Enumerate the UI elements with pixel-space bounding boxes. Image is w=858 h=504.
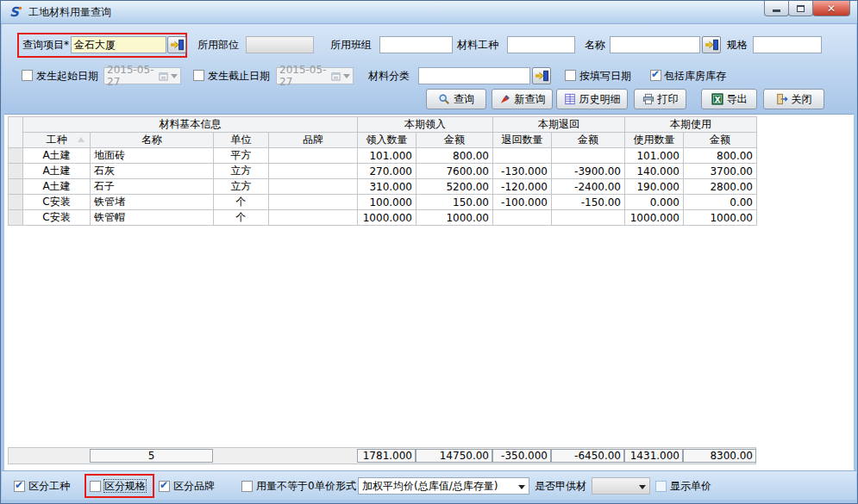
history-detail-button[interactable]: 历史明细 [556, 89, 628, 109]
column-header-name[interactable]: 名称 [91, 133, 214, 148]
close-button[interactable]: 关闭 [763, 89, 824, 109]
cell-used-qty[interactable]: 101.000 [625, 148, 684, 164]
row-indicator[interactable] [9, 148, 23, 164]
cell-used-qty[interactable]: 140.000 [625, 164, 684, 179]
material-category-input[interactable] [418, 67, 530, 84]
query-project-input[interactable]: 金石大厦 [71, 36, 166, 53]
cell-used-qty[interactable]: 0.000 [625, 195, 684, 210]
column-header-received-qty[interactable]: 领入数量 [358, 133, 416, 148]
cell-work-type[interactable]: C安装 [23, 210, 91, 226]
cell-received-amount[interactable]: 1000.00 [416, 210, 493, 226]
cell-returned-amount[interactable]: -2400.00 [552, 179, 625, 195]
include-warehouse-checkbox[interactable] [650, 70, 661, 81]
material-work-type-select[interactable] [507, 36, 575, 53]
row-indicator[interactable] [9, 195, 23, 210]
close-window-button[interactable]: ✕ [812, 1, 850, 16]
cell-used-amount[interactable]: 0.00 [684, 195, 757, 210]
cell-received-amount[interactable]: 7600.00 [416, 164, 493, 179]
unit-price-form-select[interactable]: 加权平均价(总库值/总库存量) [358, 477, 529, 495]
cell-received-qty[interactable]: 270.000 [358, 164, 416, 179]
table-row[interactable]: A土建地面砖平方101.000800.00101.000800.00 [9, 148, 757, 164]
cell-name[interactable]: 石灰 [91, 164, 214, 179]
usage-not-zero-checkbox[interactable] [241, 481, 253, 492]
cell-unit[interactable]: 立方 [214, 164, 269, 179]
owner-supplied-select[interactable] [592, 477, 650, 495]
new-query-button[interactable]: 新查询 [492, 89, 553, 109]
cell-used-amount[interactable]: 800.00 [684, 148, 757, 164]
column-header-used-amount[interactable]: 金额 [684, 133, 757, 148]
spec-select[interactable] [753, 36, 822, 53]
start-date-picker[interactable]: 2015-05-27 [103, 67, 181, 84]
table-row[interactable]: A土建石子立方310.0005200.00-120.000-2400.00190… [9, 179, 757, 195]
cell-work-type[interactable]: A土建 [23, 164, 91, 179]
cell-received-amount[interactable]: 150.00 [416, 195, 493, 210]
cell-returned-amount[interactable] [552, 210, 625, 226]
cell-unit[interactable]: 个 [214, 195, 269, 210]
column-header-brand[interactable]: 品牌 [269, 133, 358, 148]
start-date-checkbox[interactable] [22, 70, 33, 81]
cell-brand[interactable] [269, 164, 358, 179]
column-header-returned-amount[interactable]: 金额 [552, 133, 625, 148]
by-fill-date-checkbox[interactable] [565, 70, 576, 81]
cell-received-qty[interactable]: 101.000 [358, 148, 416, 164]
cell-name[interactable]: 石子 [91, 179, 214, 195]
name-input[interactable] [610, 36, 700, 53]
cell-received-qty[interactable]: 100.000 [358, 195, 416, 210]
cell-used-qty[interactable]: 190.000 [625, 179, 684, 195]
cell-work-type[interactable]: A土建 [23, 179, 91, 195]
table-row[interactable]: C安装铁管堵个100.000150.00-100.000-150.000.000… [9, 195, 757, 210]
cell-unit[interactable]: 立方 [214, 179, 269, 195]
export-button[interactable]: X 导出 [701, 89, 757, 109]
cell-unit[interactable]: 个 [214, 210, 269, 226]
used-team-select[interactable] [379, 36, 453, 53]
distinguish-work-type-checkbox[interactable] [14, 481, 25, 492]
row-indicator[interactable] [9, 164, 23, 179]
row-indicator[interactable] [9, 210, 23, 226]
cell-returned-amount[interactable]: -150.00 [552, 195, 625, 210]
cell-received-amount[interactable]: 5200.00 [416, 179, 493, 195]
cell-received-qty[interactable]: 1000.000 [358, 210, 416, 226]
cell-name[interactable]: 地面砖 [91, 148, 214, 164]
name-lookup-button[interactable] [702, 36, 721, 53]
minimize-button[interactable] [764, 1, 789, 16]
table-row[interactable]: A土建石灰立方270.0007600.00-130.000-3900.00140… [9, 164, 757, 179]
cell-used-amount[interactable]: 1000.00 [684, 210, 757, 226]
column-header-returned-qty[interactable]: 退回数量 [493, 133, 552, 148]
cell-returned-amount[interactable] [552, 148, 625, 164]
cell-name[interactable]: 铁管堵 [91, 195, 214, 210]
end-date-checkbox[interactable] [193, 70, 204, 81]
cell-returned-qty[interactable]: -130.000 [493, 164, 552, 179]
row-indicator[interactable] [9, 179, 23, 195]
cell-name[interactable]: 铁管帽 [91, 210, 214, 226]
cell-work-type[interactable]: C安装 [23, 195, 91, 210]
used-part-select[interactable] [246, 36, 314, 53]
column-header-work-type[interactable]: 工种 [23, 133, 91, 148]
cell-returned-qty[interactable]: -100.000 [493, 195, 552, 210]
cell-brand[interactable] [269, 195, 358, 210]
table-row[interactable]: C安装铁管帽个1000.0001000.001000.0001000.00 [9, 210, 757, 226]
cell-unit[interactable]: 平方 [214, 148, 269, 164]
cell-brand[interactable] [269, 179, 358, 195]
cell-used-qty[interactable]: 1000.000 [625, 210, 684, 226]
distinguish-brand-checkbox[interactable] [159, 481, 170, 492]
query-button[interactable]: 查询 [426, 89, 486, 109]
distinguish-spec-checkbox[interactable] [90, 481, 101, 492]
cell-returned-qty[interactable] [493, 148, 552, 164]
cell-used-amount[interactable]: 3700.00 [684, 164, 757, 179]
cell-brand[interactable] [269, 210, 358, 226]
cell-returned-qty[interactable]: -120.000 [493, 179, 552, 195]
cell-returned-amount[interactable]: -3900.00 [552, 164, 625, 179]
cell-returned-qty[interactable] [493, 210, 552, 226]
query-project-lookup-button[interactable] [167, 36, 186, 53]
cell-received-amount[interactable]: 800.00 [416, 148, 493, 164]
column-header-unit[interactable]: 单位 [214, 133, 269, 148]
column-header-used-qty[interactable]: 使用数量 [625, 133, 684, 148]
cell-received-qty[interactable]: 310.000 [358, 179, 416, 195]
cell-brand[interactable] [269, 148, 358, 164]
end-date-picker[interactable]: 2015-05-27 [276, 67, 354, 84]
show-unit-price-checkbox[interactable] [655, 481, 667, 492]
maximize-button[interactable] [788, 1, 813, 16]
cell-used-amount[interactable]: 2800.00 [684, 179, 757, 195]
cell-work-type[interactable]: A土建 [23, 148, 91, 164]
print-button[interactable]: 打印 [634, 89, 686, 109]
